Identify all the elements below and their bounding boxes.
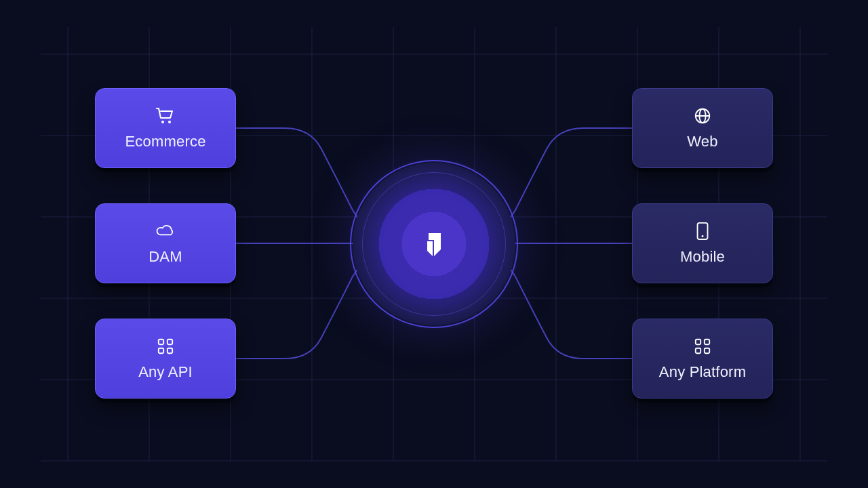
diagram-stage: Ecommerce DAM Any API (0, 0, 868, 488)
node-label: Any Platform (659, 363, 746, 381)
svg-rect-21 (167, 340, 172, 344)
cloud-icon (154, 221, 177, 241)
svg-point-28 (702, 235, 704, 237)
node-label: Ecommerce (125, 133, 205, 150)
mobile-icon (691, 221, 714, 241)
svg-point-18 (161, 121, 164, 123)
svg-rect-30 (705, 340, 709, 344)
node-label: Any API (138, 363, 193, 381)
node-any-api: Any API (95, 319, 236, 399)
node-any-platform: Any Platform (632, 319, 773, 399)
node-dam: DAM (95, 203, 236, 283)
node-web: Web (632, 88, 773, 168)
brand-logo-icon (415, 225, 453, 263)
svg-rect-23 (167, 348, 172, 353)
node-ecommerce: Ecommerce (95, 88, 236, 168)
globe-icon (691, 106, 714, 126)
node-label: Web (687, 133, 717, 150)
svg-rect-29 (696, 340, 701, 344)
svg-marker-17 (427, 241, 433, 256)
hub-circle (353, 163, 515, 325)
node-mobile: Mobile (632, 203, 773, 283)
svg-rect-31 (696, 348, 701, 353)
svg-rect-22 (159, 348, 163, 353)
svg-rect-20 (159, 340, 163, 344)
node-label: Mobile (680, 248, 725, 266)
svg-point-19 (168, 121, 171, 123)
grid-icon (154, 336, 177, 357)
svg-rect-32 (705, 348, 709, 353)
cart-icon (154, 106, 177, 126)
node-label: DAM (149, 248, 182, 266)
grid-icon (691, 336, 714, 357)
